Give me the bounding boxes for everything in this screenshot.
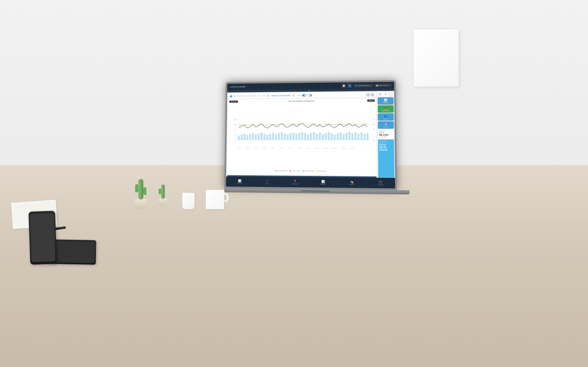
forecast-occ-value: 23.1% — [379, 143, 393, 146]
svg-text:Jul 28: Jul 28 — [342, 147, 346, 149]
svg-rect-29 — [281, 132, 283, 140]
grid-icon-btn[interactable]: ⊞ — [383, 92, 388, 96]
svg-rect-41 — [316, 134, 318, 140]
grid-view-btn[interactable]: ⊞ — [371, 93, 374, 97]
hotel-icon: 🏨 — [376, 84, 379, 86]
svg-rect-19 — [252, 133, 254, 140]
svg-rect-38 — [307, 134, 309, 140]
cactus-decoration — [135, 179, 146, 209]
svg-line-2 — [237, 130, 371, 130]
svg-rect-52 — [348, 132, 351, 140]
budget-title: BUDGET — [379, 131, 393, 132]
svg-rect-42 — [319, 133, 321, 140]
svg-rect-37 — [304, 133, 306, 140]
svg-rect-25 — [269, 134, 271, 140]
legend-occ-forecast: Occ% Forecast — [290, 170, 301, 171]
svg-text:Jul 26: Jul 26 — [333, 147, 337, 149]
market-label: MARKET — [320, 184, 326, 185]
pace-label: PACE — [265, 183, 269, 184]
svg-rect-53 — [352, 133, 354, 140]
bottom-nav-pickup[interactable]: 📊 PICKUP — [226, 176, 254, 187]
svg-text:Jul 10: Jul 10 — [263, 147, 266, 149]
user-dropdown-icon: ▼ — [370, 85, 371, 86]
desk — [0, 165, 588, 367]
book-icon[interactable]: 📘 — [347, 83, 352, 88]
vase-decoration — [182, 193, 195, 209]
budget-sub: +77% OTB — [379, 136, 393, 138]
prev-date-btn[interactable]: ‹ — [267, 94, 269, 97]
bottom-nav-support[interactable]: ? SUPPORT — [366, 178, 395, 188]
svg-rect-35 — [298, 133, 300, 140]
svg-rect-30 — [284, 133, 286, 140]
adr-dropdown-btn[interactable]: ADR ▼ — [367, 100, 375, 102]
right-sidebar: 💬 ⊞ 📊 PRICING 📤 SEND RATES — [377, 91, 395, 188]
user-avatar-icon: 👤 — [355, 84, 357, 87]
budget-metric: OCC % — [379, 132, 393, 133]
svg-rect-55 — [357, 134, 360, 140]
svg-rect-50 — [343, 134, 345, 140]
svg-text:Jul 18: Jul 18 — [298, 147, 301, 149]
group-btn[interactable]: 👥 GROUP — [378, 113, 394, 121]
forecast-adr-value: $35.46 — [379, 146, 393, 149]
pricing-icon: 📊 — [384, 99, 388, 102]
list-view-btn[interactable]: ☰ — [366, 93, 370, 97]
svg-rect-58 — [366, 133, 369, 140]
group-label: GROUP — [383, 118, 388, 119]
main-chart: OCC % ▼ ON THE BOOKS+FORECAST ADR ▼ — [227, 98, 377, 176]
bottom-nav-compset[interactable]: 📍 COMP-SET — [281, 177, 309, 188]
bottom-nav-events[interactable]: 🎭 EVENTS — [337, 177, 366, 188]
message-icon-btn[interactable]: 💬 — [378, 92, 383, 96]
svg-rect-40 — [313, 132, 315, 140]
svg-text:125: 125 — [373, 140, 375, 141]
bottom-nav-pace[interactable]: 〰 PACE — [253, 177, 281, 187]
legend-adr-forecast: ADR Forecast — [316, 170, 327, 172]
date-range-input[interactable]: Wed, Jul 1 - Fri, Jul 31, 2020 — [270, 94, 291, 97]
svg-line-5 — [237, 145, 371, 146]
svg-rect-33 — [293, 133, 295, 140]
center-content: 👥 🔍 STAY DATES - AS OF WED, JUL 1, 2020 … — [226, 91, 378, 188]
pace-icon: 〰 — [266, 179, 269, 183]
sdly-toggle-on[interactable] — [302, 94, 307, 97]
market-icon: 📊 — [321, 180, 325, 183]
svg-text:Jul 12: Jul 12 — [272, 147, 275, 149]
svg-text:Jul 14: Jul 14 — [280, 147, 284, 149]
legend-occ-otb: Occ% OTB Today — [275, 170, 287, 171]
document-icon[interactable]: 📋 — [342, 83, 346, 88]
bottom-nav-market[interactable]: 📊 MARKET — [309, 177, 337, 188]
svg-text:Jul 16: Jul 16 — [289, 147, 292, 149]
compset-label: COMP-SET — [292, 183, 298, 184]
svg-rect-17 — [246, 135, 249, 140]
search-icon: 🔍 — [233, 95, 236, 97]
mug-decoration — [206, 190, 224, 209]
sdly-toggle-off[interactable] — [308, 94, 312, 96]
send-rates-label: SEND RATES — [381, 110, 390, 111]
chart-svg: 100 75 50 25 0 175 150 125 — [228, 102, 375, 170]
svg-text:Jul 22: Jul 22 — [315, 147, 319, 149]
svg-rect-51 — [346, 133, 348, 140]
send-rates-btn[interactable]: 📤 SEND RATES — [378, 105, 394, 113]
svg-rect-24 — [267, 135, 268, 140]
send-rates-icon: 📤 — [384, 106, 388, 110]
flights-btn[interactable]: ✈ FLIGHTS — [378, 121, 394, 129]
svg-rect-46 — [331, 133, 333, 140]
svg-text:175: 175 — [373, 118, 375, 120]
adr-dropdown-icon: ▼ — [372, 100, 373, 101]
svg-rect-43 — [322, 134, 324, 140]
svg-rect-57 — [363, 134, 366, 140]
svg-rect-27 — [275, 134, 277, 140]
hotel-menu[interactable]: 🏨 Demo Hotel ▼ — [374, 83, 392, 87]
svg-rect-36 — [301, 132, 303, 140]
action-icons-row: 💬 ⊞ — [378, 92, 394, 96]
svg-text:Jul 30: Jul 30 — [351, 147, 355, 149]
pricing-btn[interactable]: 📊 PRICING — [378, 97, 394, 105]
forecast-title: FORECAST — [379, 141, 393, 142]
occ-dropdown-btn[interactable]: OCC % ▼ — [229, 100, 238, 103]
support-label: SUPPORT — [377, 184, 384, 185]
next-date-btn[interactable]: › — [292, 94, 295, 97]
svg-rect-39 — [310, 133, 312, 140]
svg-rect-48 — [337, 133, 339, 140]
user-menu[interactable]: 👤 Chinmay Sahoo ▼ — [353, 83, 373, 87]
pickup-label: PICKUP — [237, 183, 242, 184]
svg-rect-18 — [249, 134, 251, 140]
adr-label: ADR — [369, 100, 372, 101]
